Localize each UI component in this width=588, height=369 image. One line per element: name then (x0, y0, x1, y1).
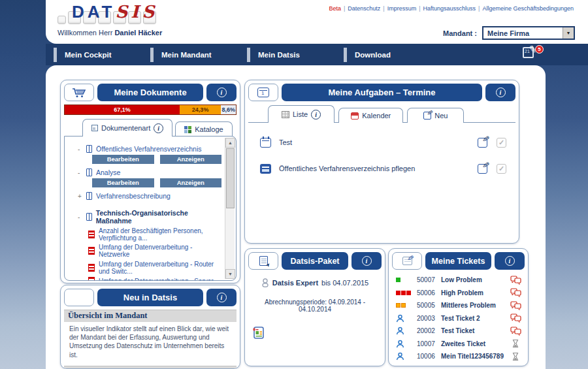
nav-separator (150, 48, 154, 62)
ticket-row[interactable]: 20002 Test Ticket (396, 325, 522, 338)
nav-item-mein-mandant[interactable]: Mein Mandant (150, 44, 247, 65)
tree-scrollbar[interactable]: ▲ ▼ (225, 138, 235, 279)
notifications-button[interactable]: ✎ 5 (523, 45, 544, 63)
tab-label: Kataloge (195, 125, 223, 133)
info-icon: i (505, 256, 515, 266)
document-pointer-icon (259, 256, 268, 266)
tom-item-link[interactable]: Umfang der Datenverarbeitung - Server (99, 278, 214, 281)
scroll-down-icon[interactable]: ▼ (225, 269, 235, 279)
documents-info-button[interactable]: i (206, 84, 237, 101)
nav-item-mein-cockpit[interactable]: Mein Cockpit (54, 44, 150, 65)
logo-text: DATSIS (72, 2, 157, 22)
tasks-info-button[interactable]: i (485, 84, 515, 101)
ticket-chat-icon[interactable] (509, 288, 522, 297)
paket-panel: Datsis-Paket i Datsis Expert bis 04.07.2… (244, 248, 385, 366)
anzeigen-button[interactable]: Anzeigen (160, 155, 222, 164)
complete-task-icon[interactable]: ✓ (497, 138, 506, 148)
user-icon (396, 327, 417, 335)
link-separator: | (383, 5, 384, 12)
nav-separator (344, 48, 347, 62)
progress-segment-red: 67,1% (65, 105, 180, 114)
link-datenschutz[interactable]: Datenschutz (348, 5, 380, 12)
scroll-up-icon[interactable]: ▲ (225, 138, 235, 148)
ticket-row[interactable]: 20003 Test Ticket 2 (396, 312, 522, 325)
info-icon: i (362, 256, 372, 266)
ticket-row[interactable]: 50006 High Problem (396, 287, 522, 300)
anzeigen-button[interactable]: Anzeigen (160, 178, 222, 187)
tree-expander[interactable]: - (78, 146, 82, 153)
progress-segment-orange: 24,3% (180, 105, 221, 114)
news-button[interactable] (64, 289, 94, 306)
new-entry-icon (423, 112, 431, 120)
tree-node-link[interactable]: Technisch-Organisatorische Maßnahme (96, 209, 221, 225)
nav-item-download[interactable]: Download (344, 44, 440, 65)
scrollbar-thumb[interactable] (226, 148, 235, 208)
tab-label: Kalender (362, 112, 391, 120)
task-row: Test ✓ (260, 135, 506, 150)
tree-node-link[interactable]: Verfahrensbeschreibung (96, 192, 171, 200)
note-pencil-icon (402, 257, 412, 265)
priority-low-icon (396, 278, 417, 282)
mandant-select[interactable]: Meine Firma ▼ (482, 26, 575, 40)
task-actions: ✓ (478, 164, 506, 174)
cart-button[interactable] (64, 84, 94, 101)
tree-expander[interactable]: + (78, 193, 82, 200)
ticket-chat-icon[interactable] (509, 313, 522, 323)
nav-separator (247, 48, 250, 62)
tickets-button[interactable] (392, 252, 422, 270)
ticket-chat-icon[interactable] (509, 301, 522, 310)
calendar-icon (257, 88, 269, 97)
nav-item-label: Mein Mandant (161, 51, 212, 59)
newsletter-icon[interactable] (253, 326, 264, 339)
edit-task-icon[interactable] (478, 164, 487, 174)
notification-count-badge: 5 (535, 45, 544, 54)
link-haftungsausschluss[interactable]: Haftungsausschluss (423, 5, 476, 12)
paket-panel-title: Datsis-Paket (282, 252, 348, 270)
calendar-button[interactable] (248, 84, 278, 101)
tree-node-link[interactable]: Öffentliches Verfahrensverzeichnis (96, 145, 201, 153)
select-dropdown-arrow-icon[interactable]: ▼ (563, 27, 574, 39)
ticket-row[interactable]: 10007 Zweites Ticket (396, 338, 522, 351)
tom-item-link[interactable]: Umfang der Datenverarbeitung - Netzwerke (99, 244, 221, 258)
link-agb[interactable]: Allgemeine Geschäftsbedingungen (482, 5, 574, 12)
plan-line: Datsis Expert bis 04.07.2015 (248, 278, 382, 287)
tab-kataloge[interactable]: Kataloge (175, 121, 232, 136)
ticket-id: 20002 (417, 327, 441, 334)
tom-item: Umfang der Datenverarbeitung - Netzwerke (88, 244, 221, 258)
tickets-info-button[interactable]: i (495, 252, 525, 270)
paket-info-button[interactable]: i (351, 252, 382, 270)
ticket-row[interactable]: 50005 Mittleres Problem (396, 299, 522, 312)
bearbeiten-button[interactable]: Bearbeiten (92, 178, 154, 187)
plan-name: Datsis Expert (272, 279, 318, 287)
link-beta[interactable]: Beta (329, 5, 341, 12)
tab-dokumentenart[interactable]: Dokumentenart i (82, 119, 172, 136)
ticket-title: Zweites Ticket (441, 340, 509, 347)
tom-item-link[interactable]: Umfang der Datenverarbeitung - Router un… (99, 261, 221, 275)
task-actions: ✓ (478, 138, 506, 148)
link-impressum[interactable]: Impressum (387, 5, 417, 12)
complete-task-icon[interactable]: ✓ (497, 164, 506, 174)
tree-node-tom: - Technisch-Organisatorische Maßnahme (78, 209, 221, 225)
tree-node-link[interactable]: Analyse (96, 168, 120, 176)
ticket-row[interactable]: 10006 Mein Titel123456789 (396, 350, 522, 363)
documents-panel-title: Meine Dokumente (97, 84, 203, 101)
tab-neu[interactable]: Neu (407, 108, 464, 123)
paket-button[interactable] (248, 252, 278, 270)
tom-item: Umfang der Datenverarbeitung - Server (88, 277, 221, 281)
nav-item-mein-datsis[interactable]: Mein Datsis (247, 44, 344, 65)
tree-expander[interactable]: - (78, 214, 82, 221)
ticket-chat-icon[interactable] (509, 327, 522, 336)
ticket-row[interactable]: 50007 Low Problem (396, 274, 522, 287)
tab-liste[interactable]: Liste i (268, 105, 335, 123)
news-info-button[interactable]: i (206, 289, 237, 306)
tab-kalender[interactable]: Kalender (338, 108, 403, 123)
bearbeiten-button[interactable]: Bearbeiten (92, 155, 154, 164)
catalog-grid-icon (184, 126, 191, 133)
ticket-chat-icon[interactable] (509, 276, 522, 285)
progress-segment-light: 8,6% (221, 105, 236, 114)
tree-expander[interactable]: - (78, 169, 82, 176)
calendar-filled-icon (260, 164, 271, 174)
cart-icon (72, 88, 86, 98)
tom-item-link[interactable]: Anzahl der Beschäftigten Personen, Verpf… (99, 227, 221, 242)
edit-task-icon[interactable] (478, 138, 487, 148)
